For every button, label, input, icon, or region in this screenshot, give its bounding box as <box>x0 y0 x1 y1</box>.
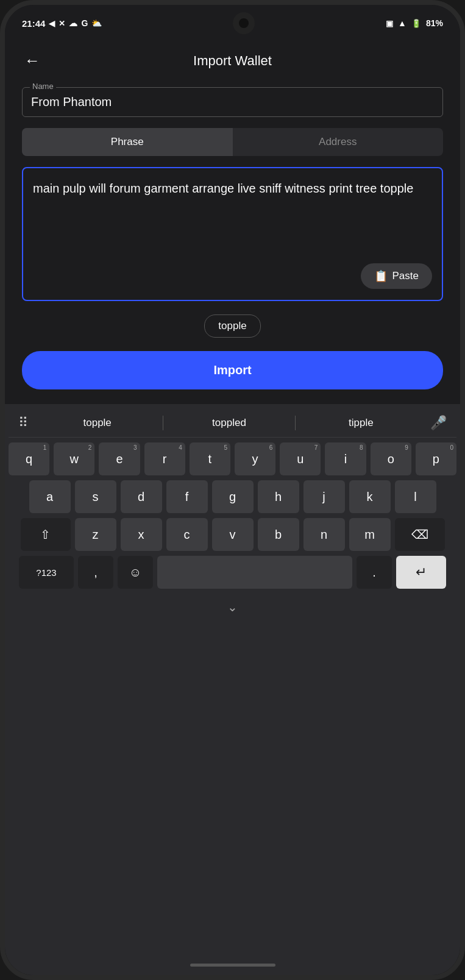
phrase-text: main pulp will forum garment arrange liv… <box>33 179 432 197</box>
key-f[interactable]: f <box>166 480 208 513</box>
header: ← Import Wallet <box>5 38 460 81</box>
cloud-icon: ☁ <box>69 18 77 28</box>
key-z[interactable]: z <box>75 518 116 551</box>
key-i[interactable]: i8 <box>325 442 366 475</box>
key-emoji[interactable]: ☺ <box>118 556 153 589</box>
keyboard-row-2: a s d f g h j k l <box>9 480 456 513</box>
key-k[interactable]: k <box>349 480 391 513</box>
key-a[interactable]: a <box>29 480 71 513</box>
camera-notch <box>233 12 255 34</box>
back-button[interactable]: ← <box>20 49 45 73</box>
suggestion-item-1[interactable]: toppled <box>163 414 294 431</box>
key-h[interactable]: h <box>258 480 299 513</box>
key-p[interactable]: p0 <box>416 442 456 475</box>
keyboard-suggestions-row: ⠿ topple toppled tipple 🎤 <box>9 410 456 438</box>
key-r[interactable]: r4 <box>144 442 185 475</box>
status-left: 21:44 ◀ ✕ ☁ G ⛅ <box>22 18 102 29</box>
location-icon: ◀ <box>49 19 55 28</box>
collapse-keyboard-icon[interactable]: ⌄ <box>227 600 238 614</box>
paste-button[interactable]: 📋 Paste <box>361 263 432 289</box>
keyboard-apps-icon[interactable]: ⠿ <box>15 413 32 433</box>
home-indicator <box>190 964 275 967</box>
key-w[interactable]: w2 <box>54 442 94 475</box>
key-j[interactable]: j <box>303 480 345 513</box>
keyboard-mic-icon[interactable]: 🎤 <box>427 413 450 433</box>
key-b[interactable]: b <box>258 518 299 551</box>
suggestion-area: topple <box>22 312 443 340</box>
suggestion-item-0[interactable]: topple <box>32 414 163 431</box>
form-area: Name From Phantom Phrase Address main pu… <box>5 81 460 404</box>
keyboard-collapse-area: ⌄ <box>9 594 456 617</box>
key-space[interactable] <box>157 556 352 589</box>
name-input-group[interactable]: Name From Phantom <box>22 87 443 117</box>
key-period[interactable]: . <box>357 556 392 589</box>
key-u[interactable]: u7 <box>280 442 321 475</box>
key-d[interactable]: d <box>121 480 162 513</box>
import-tabs: Phrase Address <box>22 128 443 156</box>
key-num-sym[interactable]: ?123 <box>19 556 74 589</box>
key-e[interactable]: e3 <box>99 442 140 475</box>
suggestion-item-2[interactable]: tipple <box>296 414 427 431</box>
tab-phrase[interactable]: Phrase <box>22 128 233 156</box>
suggestion-group: topple toppled tipple <box>32 414 427 431</box>
key-y[interactable]: y6 <box>235 442 275 475</box>
key-v[interactable]: v <box>212 518 254 551</box>
keyboard-area: ⠿ topple toppled tipple 🎤 q1 w2 e3 r4 <box>5 404 460 959</box>
suggestion-chip[interactable]: topple <box>204 314 260 338</box>
key-shift[interactable]: ⇧ <box>21 518 71 551</box>
phone-frame: 21:44 ◀ ✕ ☁ G ⛅ ▣ ▲ 🔋 81% ← Import Walle… <box>0 0 465 980</box>
g-icon: G <box>81 18 88 28</box>
cloud2-icon: ⛅ <box>91 18 102 28</box>
keyboard-row-1: q1 w2 e3 r4 t5 y6 u7 i8 o9 p0 <box>9 442 456 475</box>
sim-icon: ▣ <box>386 19 393 28</box>
paste-icon: 📋 <box>374 269 388 283</box>
key-c[interactable]: c <box>166 518 208 551</box>
key-m[interactable]: m <box>349 518 391 551</box>
paste-label: Paste <box>392 270 419 282</box>
name-label: Name <box>30 82 56 91</box>
app-content: ← Import Wallet Name From Phantom Phrase… <box>5 38 460 975</box>
status-right: ▣ ▲ 🔋 81% <box>386 18 443 28</box>
status-bar: 21:44 ◀ ✕ ☁ G ⛅ ▣ ▲ 🔋 81% <box>5 5 460 38</box>
page-title: Import Wallet <box>193 53 272 69</box>
key-enter[interactable]: ↵ <box>396 556 446 589</box>
key-q[interactable]: q1 <box>9 442 49 475</box>
key-x[interactable]: x <box>121 518 162 551</box>
name-value: From Phantom <box>31 93 434 109</box>
key-n[interactable]: n <box>303 518 345 551</box>
bottom-bar <box>5 959 460 975</box>
key-backspace[interactable]: ⌫ <box>395 518 445 551</box>
keyboard-rows: q1 w2 e3 r4 t5 y6 u7 i8 o9 p0 a s d f <box>9 442 456 589</box>
keyboard-row-4: ?123 , ☺ . ↵ <box>9 556 456 589</box>
keyboard-row-3: ⇧ z x c v b n m ⌫ <box>9 518 456 551</box>
time-display: 21:44 <box>22 18 45 29</box>
key-o[interactable]: o9 <box>371 442 411 475</box>
key-g[interactable]: g <box>212 480 254 513</box>
x-icon: ✕ <box>59 19 65 28</box>
tab-address[interactable]: Address <box>233 128 444 156</box>
battery-percent: 81% <box>426 18 443 28</box>
key-comma[interactable]: , <box>78 556 113 589</box>
key-l[interactable]: l <box>395 480 436 513</box>
battery-icon: 🔋 <box>411 19 421 28</box>
key-s[interactable]: s <box>75 480 116 513</box>
wifi-icon: ▲ <box>398 18 406 28</box>
phrase-box[interactable]: main pulp will forum garment arrange liv… <box>22 167 443 301</box>
key-t[interactable]: t5 <box>190 442 230 475</box>
import-button[interactable]: Import <box>22 351 443 389</box>
